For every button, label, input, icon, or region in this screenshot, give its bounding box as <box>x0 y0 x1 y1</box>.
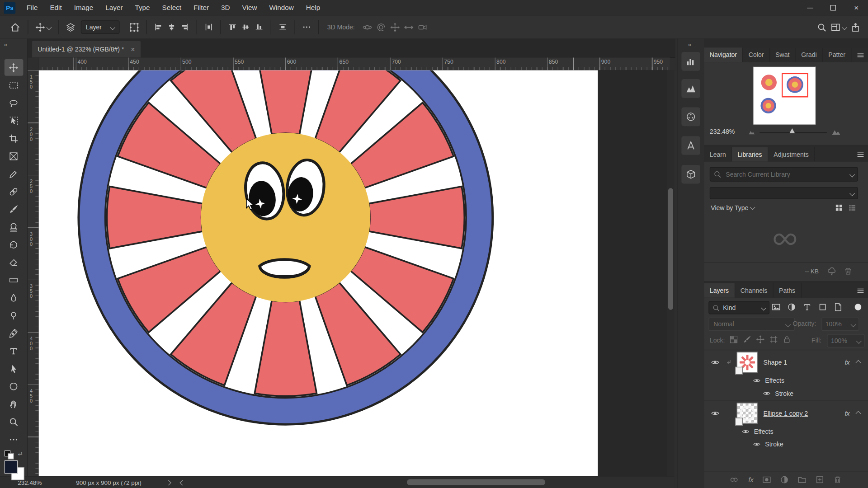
lock-artboard-icon[interactable] <box>769 335 778 343</box>
filter-adjustment-layers-icon[interactable] <box>787 303 796 312</box>
move-tool-preset-icon[interactable] <box>33 20 53 34</box>
align-vertical-centers-button[interactable] <box>239 20 252 33</box>
filter-smart-objects-icon[interactable] <box>834 303 843 312</box>
horizontal-ruler[interactable]: 400450500550600650700750800850900950 <box>39 57 670 70</box>
lasso-tool[interactable] <box>4 94 23 111</box>
filter-type-layers-icon[interactable] <box>803 303 812 312</box>
lock-transparent-pixels-icon[interactable] <box>730 335 738 343</box>
more-align-options-icon[interactable] <box>300 20 313 33</box>
library-search-field[interactable] <box>710 167 858 182</box>
distribute-horizontal-button[interactable] <box>202 20 215 33</box>
navigator-zoom-slider[interactable] <box>760 132 827 133</box>
zoom-in-mountain-icon[interactable] <box>831 127 841 137</box>
cloud-sync-error-icon[interactable] <box>827 267 836 276</box>
effects-label[interactable]: Effects <box>765 377 784 384</box>
status-collapse-icon[interactable] <box>180 480 185 485</box>
close-button[interactable]: × <box>845 0 868 15</box>
menu-item-3[interactable]: Layer <box>99 0 129 15</box>
menu-item-8[interactable]: View <box>236 0 263 15</box>
three-d-camera-icon[interactable] <box>415 20 429 34</box>
navigator-tab-1[interactable]: Color <box>743 47 770 62</box>
grid-view-icon[interactable] <box>835 204 843 212</box>
swap-colors-icon[interactable]: ⇄ <box>18 450 22 456</box>
search-icon[interactable] <box>815 20 829 34</box>
panel-icon-info[interactable] <box>681 52 700 71</box>
move-tool[interactable] <box>4 59 23 76</box>
vertical-scrollbar-thumb[interactable] <box>668 188 673 310</box>
search-scope-chevron-icon[interactable] <box>849 172 855 177</box>
vertical-scrollbar[interactable] <box>667 70 675 476</box>
visibility-eye-icon[interactable] <box>711 358 720 367</box>
visibility-eye-icon[interactable] <box>753 376 760 384</box>
align-right-edges-button[interactable] <box>178 20 191 33</box>
add-layer-style-icon[interactable]: fx <box>749 476 754 483</box>
filter-shape-layers-icon[interactable] <box>818 303 827 312</box>
new-group-icon[interactable] <box>797 475 807 484</box>
navigator-zoom-sl-thumb[interactable] <box>789 128 795 133</box>
library-select-dropdown[interactable] <box>710 187 858 199</box>
restore-button[interactable] <box>821 0 844 15</box>
workspace-switcher-icon[interactable] <box>829 20 849 34</box>
path-selection-tool[interactable] <box>4 360 23 377</box>
libraries-tab-1[interactable]: Libraries <box>732 147 768 162</box>
layers-tab-2[interactable]: Paths <box>774 283 802 298</box>
ruler-corner[interactable] <box>28 57 39 70</box>
menu-item-7[interactable]: 3D <box>215 0 236 15</box>
delete-layer-icon[interactable] <box>833 475 842 484</box>
eyedropper-tool[interactable] <box>4 165 23 182</box>
navigator-tab-2[interactable]: Swat <box>770 47 796 62</box>
delete-library-item-icon[interactable] <box>844 267 853 276</box>
navigator-panel-menu-icon[interactable] <box>856 47 868 62</box>
layer-filtering-toggle[interactable] <box>855 304 862 310</box>
object-selection-tool[interactable] <box>4 113 23 129</box>
library-search-input[interactable] <box>725 170 848 178</box>
navigator-tab-4[interactable]: Patter <box>823 47 851 62</box>
home-icon[interactable] <box>8 19 23 34</box>
lock-position-icon[interactable] <box>756 335 764 343</box>
navigator-preview[interactable] <box>753 66 816 125</box>
status-expand-icon[interactable] <box>166 480 171 485</box>
layer-name[interactable]: Shape 1 <box>764 359 787 366</box>
zoom-out-mountain-icon[interactable] <box>749 129 755 136</box>
menu-item-4[interactable]: Type <box>129 0 156 15</box>
layers-panel-menu-icon[interactable] <box>856 283 868 298</box>
show-transform-controls-icon[interactable] <box>127 20 142 34</box>
layer-fx-badge[interactable]: fx <box>845 410 850 417</box>
align-bottom-edges-button[interactable] <box>252 20 265 33</box>
three-d-orbit-icon[interactable] <box>360 20 374 34</box>
layer-filter-kind-dropdown[interactable]: Kind <box>708 301 769 314</box>
three-d-slide-icon[interactable] <box>402 20 416 34</box>
align-top-edges-button[interactable] <box>226 20 239 33</box>
panel-icon-3d[interactable] <box>681 165 700 184</box>
edit-toolbar-icon[interactable] <box>4 431 23 448</box>
dodge-tool[interactable] <box>4 307 23 324</box>
opacity-field[interactable]: 100% <box>821 318 859 331</box>
libraries-tab-2[interactable]: Adjustments <box>768 147 815 162</box>
collapse-effects-icon[interactable] <box>856 360 861 365</box>
stroke-effect-row[interactable]: Stroke <box>704 387 868 399</box>
layers-tab-0[interactable]: Layers <box>704 283 735 298</box>
auto-select-layers-icon[interactable] <box>64 20 78 34</box>
blend-mode-dropdown[interactable]: Normal <box>708 318 795 331</box>
add-layer-mask-icon[interactable] <box>762 475 771 484</box>
link-layers-icon[interactable] <box>730 475 739 484</box>
navigator-zoom-value[interactable]: 232.48% <box>710 128 735 135</box>
pen-tool[interactable] <box>4 325 23 342</box>
minimize-button[interactable] <box>798 0 821 15</box>
frame-tool[interactable] <box>4 148 23 164</box>
hand-tool[interactable] <box>4 396 23 413</box>
toolbar-collapse-icon[interactable]: » <box>4 41 8 48</box>
filter-pixel-layers-icon[interactable] <box>772 303 781 312</box>
new-adjustment-layer-icon[interactable] <box>780 475 789 484</box>
layer-thumbnail[interactable] <box>737 403 758 424</box>
panel-icon-glyphs[interactable] <box>681 136 700 155</box>
panel-icon-histogram[interactable] <box>681 79 700 98</box>
layers-tab-1[interactable]: Channels <box>735 283 774 298</box>
gradient-tool[interactable] <box>4 272 23 288</box>
stroke-effect-row[interactable]: Stroke <box>704 438 868 450</box>
align-left-edges-button[interactable] <box>152 20 165 33</box>
new-layer-icon[interactable] <box>816 475 825 484</box>
menu-item-9[interactable]: Window <box>263 0 300 15</box>
foreground-color-swatch[interactable] <box>5 460 18 474</box>
lock-all-icon[interactable] <box>783 335 791 343</box>
